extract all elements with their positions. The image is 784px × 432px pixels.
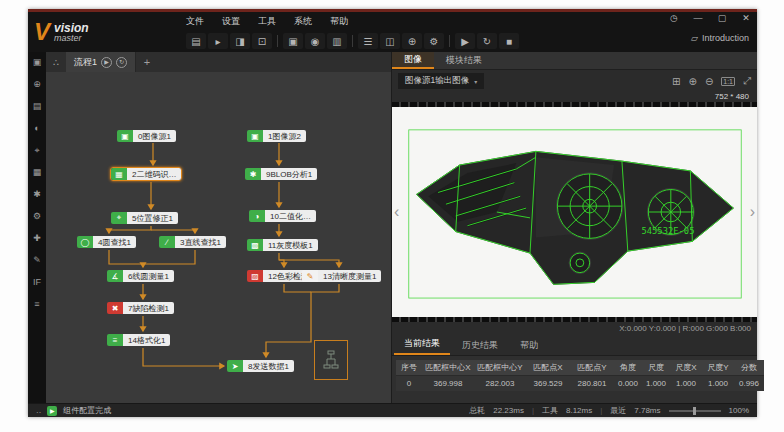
- col-match-box-center-y: 匹配框中心Y: [474, 360, 526, 375]
- tool-time-label: 工具: [542, 405, 558, 416]
- flow-node-binarize[interactable]: ◑ 10二值化…: [248, 209, 317, 223]
- image-source-icon: ▣: [117, 130, 133, 142]
- location-icon[interactable]: ⊕: [31, 78, 44, 91]
- cell-match-point-y: 280.801: [570, 375, 614, 391]
- flow-tab-process1[interactable]: 流程1 ▶ ↻: [66, 52, 136, 72]
- flow-node-sharpness[interactable]: ✎ 13清晰度测量1: [301, 269, 382, 283]
- col-angle: 角度: [614, 360, 642, 375]
- fit-icon[interactable]: ⊞: [672, 76, 680, 87]
- tab-help[interactable]: 帮助: [510, 336, 548, 355]
- logo-title: vision: [54, 22, 89, 34]
- menu-tools[interactable]: 工具: [258, 15, 276, 28]
- flow-node-line-circle-measure[interactable]: ∡ 6线圆测量1: [106, 269, 175, 283]
- zoom-slider[interactable]: [669, 410, 721, 412]
- flow-node-image-source-2[interactable]: ▣ 1图像源2: [246, 129, 307, 143]
- minimap-widget[interactable]: [314, 340, 348, 380]
- flow-node-line-find[interactable]: ∕ 3直线查找1: [158, 235, 227, 249]
- flow-list-icon[interactable]: ∴: [46, 57, 66, 68]
- zoom-in-icon[interactable]: ⊕: [688, 76, 696, 87]
- save-as-icon[interactable]: ◨: [230, 33, 250, 49]
- menu-file[interactable]: 文件: [186, 15, 204, 28]
- color-icon[interactable]: ◐: [31, 122, 44, 135]
- next-image-arrow[interactable]: ›: [750, 203, 755, 221]
- zoom-out-icon[interactable]: ⊖: [705, 76, 713, 87]
- menu-help[interactable]: 帮助: [330, 15, 348, 28]
- image-source-dropdown[interactable]: 图像源1输出图像 ▾: [398, 73, 484, 89]
- add-flow-tab-button[interactable]: +: [136, 56, 158, 68]
- global-script-icon[interactable]: ⚙: [424, 33, 444, 49]
- image-processing-icon[interactable]: ▤: [31, 100, 44, 113]
- resolution-row: 752 * 480: [392, 92, 757, 102]
- run-once-icon[interactable]: ▶: [455, 33, 475, 49]
- chevron-down-icon: ▾: [474, 78, 477, 85]
- image-viewer-stage[interactable]: ‹ ›: [392, 107, 757, 317]
- node-label: 5位置修正1: [127, 212, 178, 224]
- pixel-info-row: X:0.000 Y:0.000 | R:000 G:000 B:000: [392, 322, 757, 334]
- tab-image[interactable]: 图像: [392, 52, 434, 69]
- communication-icon[interactable]: ◫: [380, 33, 400, 49]
- continuous-run-icon[interactable]: ↻: [477, 33, 497, 49]
- image-source-icon: ▣: [247, 130, 263, 142]
- tab-current-result[interactable]: 当前结果: [394, 334, 450, 355]
- run-flow-icon[interactable]: ▶: [101, 57, 112, 68]
- flow-node-image-source-1[interactable]: ▣ 0图像源1: [116, 129, 177, 143]
- flow-node-position-fix[interactable]: ⌖ 5位置修正1: [110, 211, 179, 225]
- tab-module-result[interactable]: 模块结果: [434, 52, 494, 69]
- menu-settings[interactable]: 设置: [222, 15, 240, 28]
- flow-node-blob[interactable]: ✱ 9BLOB分析1: [244, 167, 318, 181]
- result-table-container: 序号 匹配框中心X 匹配框中心Y 匹配点X 匹配点Y 角度 尺度 尺度X 尺度Y…: [392, 356, 757, 403]
- tab-history-result[interactable]: 历史结果: [452, 336, 508, 355]
- measurement-icon[interactable]: ⌖: [31, 144, 44, 157]
- menu-system[interactable]: 系统: [294, 15, 312, 28]
- zoom-slider-thumb[interactable]: [693, 407, 696, 415]
- acquisition-icon[interactable]: ▣: [31, 56, 44, 69]
- window-icon[interactable]: ▣: [283, 33, 303, 49]
- recognition-icon[interactable]: ▦: [31, 166, 44, 179]
- communication-tool-icon[interactable]: ≡: [31, 298, 44, 311]
- flow-canvas[interactable]: ▣ 0图像源1 ▣ 1图像源2 ▦ 2二维码识… ✱ 9BLOB分析1 ⌖: [46, 72, 391, 403]
- flow-node-template[interactable]: ▩ 11灰度模板1: [246, 238, 319, 252]
- global-variable-icon[interactable]: ⊕: [402, 33, 422, 49]
- node-label: 10二值化…: [265, 210, 316, 222]
- recent-time-value: 7.78ms: [634, 406, 660, 415]
- collapse-grip-icon[interactable]: ‥: [36, 406, 41, 415]
- col-match-box-center-x: 匹配框中心X: [422, 360, 474, 375]
- table-row[interactable]: 0 369.998 282.003 369.529 280.801 0.000 …: [396, 375, 764, 391]
- calibration-icon[interactable]: ⚙: [31, 210, 44, 223]
- flow-node-qrcode[interactable]: ▦ 2二维码识…: [110, 167, 182, 181]
- save-icon[interactable]: ▤: [186, 33, 206, 49]
- stop-icon[interactable]: ■: [499, 33, 519, 49]
- help-icon[interactable]: ◷: [667, 13, 681, 23]
- continuous-flow-icon[interactable]: ↻: [116, 57, 127, 68]
- toolbar-divider: [449, 35, 450, 47]
- close-button[interactable]: ✕: [739, 13, 753, 23]
- alignment-icon[interactable]: ✚: [31, 232, 44, 245]
- fullscreen-icon[interactable]: ⤢: [743, 75, 751, 87]
- deep-learning-icon[interactable]: ✱: [31, 188, 44, 201]
- restore-button[interactable]: ▢: [715, 13, 729, 23]
- one-to-one-icon[interactable]: 1:1: [721, 77, 735, 86]
- image-result-panel: 图像 模块结果 图像源1输出图像 ▾ ⊞ ⊕ ⊖ 1:1 ⤢ 752 * 480: [392, 52, 757, 403]
- image-source-dropdown-label: 图像源1输出图像: [405, 75, 469, 87]
- data-queue-icon[interactable]: ▥: [327, 33, 347, 49]
- flow-node-format[interactable]: ≡ 14格式化1: [106, 333, 171, 347]
- cell-scale-x: 1.000: [670, 375, 702, 391]
- minimize-button[interactable]: —: [691, 13, 705, 23]
- camera-icon[interactable]: ◉: [305, 33, 325, 49]
- cell-match-point-x: 369.529: [526, 375, 570, 391]
- cell-match-box-center-x: 369.998: [422, 375, 474, 391]
- flow-node-circle-find[interactable]: ◯ 4圆查找1: [76, 235, 137, 249]
- flow-node-send-data[interactable]: ➤ 8发送数据1: [226, 359, 295, 373]
- introduction-button[interactable]: ▱ Introduction: [691, 33, 749, 43]
- defect-icon[interactable]: ✎: [31, 254, 44, 267]
- result-tab-bar: 当前结果 历史结果 帮助: [392, 334, 757, 356]
- status-metrics: 总耗 22.23ms | 工具 8.12ms | 最近 7.78ms 100%: [469, 405, 749, 416]
- logic-icon[interactable]: IF: [31, 276, 44, 289]
- flow-node-defect-check[interactable]: ✖ 7缺陷检测1: [106, 301, 175, 315]
- color-check-icon: ▨: [247, 270, 263, 282]
- line-find-icon: ∕: [159, 236, 175, 248]
- module-list-icon[interactable]: ☰: [358, 33, 378, 49]
- layout-icon[interactable]: ⊡: [252, 33, 272, 49]
- open-icon[interactable]: ▸: [208, 33, 228, 49]
- previous-image-arrow[interactable]: ‹: [394, 203, 399, 221]
